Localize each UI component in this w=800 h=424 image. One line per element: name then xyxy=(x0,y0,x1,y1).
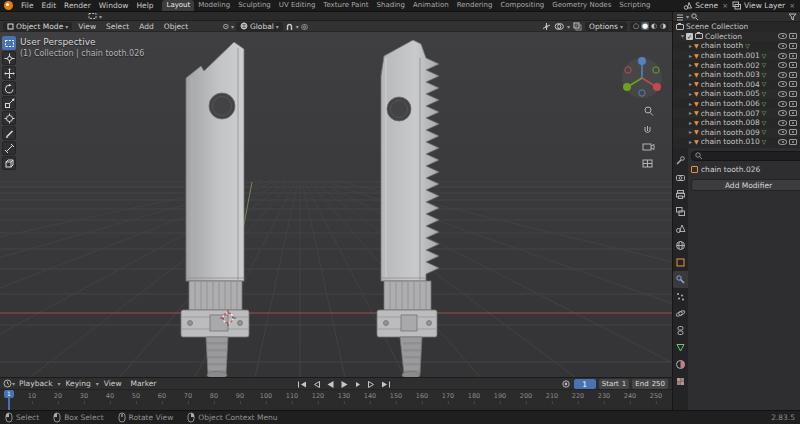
collection-checkbox[interactable]: ✓ xyxy=(686,33,693,40)
object-name[interactable]: chain tooth.006 xyxy=(701,99,760,108)
mode-dropdown[interactable]: Object Mode ▾ xyxy=(3,22,72,31)
hide-viewport-icon[interactable] xyxy=(778,43,787,49)
expand-icon[interactable]: ▸ xyxy=(689,129,692,135)
disable-render-icon[interactable] xyxy=(789,101,797,107)
add-modifier-button[interactable]: Add Modifier xyxy=(691,179,800,191)
tab-view-layer[interactable] xyxy=(673,203,688,220)
tool-move[interactable] xyxy=(2,66,16,80)
active-tool-chip[interactable]: ▾ xyxy=(88,12,102,20)
transform-pivot-icon[interactable]: ⊙ xyxy=(222,22,229,31)
expand-icon[interactable]: ▸ xyxy=(689,53,692,59)
object-name[interactable]: chain tooth.008 xyxy=(701,118,760,127)
collection-label[interactable]: Collection xyxy=(705,32,742,41)
frame-start-field[interactable]: Start 1 xyxy=(599,379,630,389)
workspace-tab-texture-paint[interactable]: Texture Paint xyxy=(319,0,372,11)
disable-render-icon[interactable] xyxy=(789,110,797,116)
outliner-display-mode-icon[interactable] xyxy=(676,13,684,21)
expand-icon[interactable]: ▸ xyxy=(689,62,692,68)
show-gizmo-icon[interactable] xyxy=(542,22,551,31)
current-frame-field[interactable]: 1 xyxy=(574,379,596,389)
jump-to-start-button[interactable] xyxy=(295,379,308,389)
next-frame-button[interactable] xyxy=(351,379,364,389)
menu-window[interactable]: Window xyxy=(95,0,133,11)
shading-material-icon[interactable]: ◐ xyxy=(650,22,658,30)
hide-viewport-icon[interactable] xyxy=(778,33,787,39)
hide-viewport-icon[interactable] xyxy=(778,101,787,107)
outliner-search-icon[interactable] xyxy=(691,13,699,21)
outliner-object-row[interactable]: ▸ ▼ chain tooth ▽ xyxy=(673,41,800,51)
view-layer-unlink-icon[interactable]: × xyxy=(788,2,796,10)
tool-rotate[interactable] xyxy=(2,81,16,95)
disable-render-icon[interactable] xyxy=(789,91,797,97)
shading-wireframe-icon[interactable]: ○ xyxy=(632,22,640,30)
play-reverse-button[interactable] xyxy=(323,379,336,389)
properties-search[interactable] xyxy=(691,151,800,161)
tool-select-box[interactable] xyxy=(2,36,16,50)
expand-icon[interactable]: ▸ xyxy=(689,110,692,116)
menu-edit[interactable]: Edit xyxy=(38,0,61,11)
tab-particles[interactable] xyxy=(673,288,688,305)
hide-viewport-icon[interactable] xyxy=(778,62,787,68)
tab-world[interactable] xyxy=(673,237,688,254)
outliner-object-row[interactable]: ▸ ▼ chain tooth.004 ▽ xyxy=(673,80,800,90)
menu-render[interactable]: Render xyxy=(60,0,95,11)
outliner-object-row[interactable]: ▸ ▼ chain tooth.005 ▽ xyxy=(673,89,800,99)
menu-view-timeline[interactable]: View xyxy=(100,379,126,388)
outliner-object-row[interactable]: ▸ ▼ chain tooth.007 ▽ xyxy=(673,108,800,118)
auto-keying-icon[interactable] xyxy=(561,379,571,389)
workspace-tab-layout[interactable]: Layout xyxy=(162,0,194,11)
viewport-3d[interactable]: User Perspective (1) Collection | chain … xyxy=(0,32,672,377)
proportional-editing-icon[interactable]: ◎ xyxy=(301,22,308,31)
timeline-editor-icon[interactable] xyxy=(3,379,12,388)
object-name[interactable]: chain tooth.004 xyxy=(701,80,760,89)
tab-object-data[interactable] xyxy=(673,339,688,356)
chainsword-right-mesh[interactable] xyxy=(377,40,439,377)
tool-scale[interactable] xyxy=(2,96,16,110)
tab-modifiers[interactable] xyxy=(673,271,688,288)
expand-icon[interactable]: ▸ xyxy=(689,139,692,145)
expand-icon[interactable]: ▸ xyxy=(689,81,692,87)
chainsword-left-mesh[interactable] xyxy=(181,42,249,377)
object-name[interactable]: chain tooth.007 xyxy=(701,109,760,118)
disable-render-icon[interactable] xyxy=(789,139,797,145)
menu-add[interactable]: Add xyxy=(135,22,158,31)
workspace-tab-sculpting[interactable]: Sculpting xyxy=(234,0,275,11)
scene-collection-label[interactable]: Scene Collection xyxy=(686,22,748,31)
hide-viewport-icon[interactable] xyxy=(778,53,787,59)
hide-viewport-icon[interactable] xyxy=(778,139,787,145)
disable-render-icon[interactable] xyxy=(789,62,797,68)
workspace-tab-geometry-nodes[interactable]: Geometry Nodes xyxy=(548,0,615,11)
frame-end-field[interactable]: End 250 xyxy=(632,379,668,389)
object-name[interactable]: chain tooth.009 xyxy=(701,128,760,137)
scene-selector[interactable]: Scene xyxy=(695,1,718,10)
expand-icon[interactable]: ▸ xyxy=(689,43,692,49)
disable-render-icon[interactable] xyxy=(789,43,797,49)
expand-icon[interactable]: ▸ xyxy=(689,101,692,107)
hide-viewport-icon[interactable] xyxy=(778,110,787,116)
playhead-frame-label[interactable]: 1 xyxy=(4,390,14,398)
tool-measure[interactable] xyxy=(2,141,16,155)
prev-keyframe-button[interactable] xyxy=(309,379,322,389)
tool-transform[interactable] xyxy=(2,111,16,125)
object-name[interactable]: chain tooth.010 xyxy=(701,137,760,146)
next-keyframe-button[interactable] xyxy=(365,379,378,389)
outliner-object-row[interactable]: ▸ ▼ chain tooth.006 ▽ xyxy=(673,99,800,109)
menu-help[interactable]: Help xyxy=(132,0,157,11)
properties-search-input[interactable] xyxy=(706,152,800,160)
expand-icon[interactable]: ▸ xyxy=(689,72,692,78)
outliner-object-row[interactable]: ▸ ▼ chain tooth.008 ▽ xyxy=(673,118,800,128)
outliner-object-row[interactable]: ▸ ▼ chain tooth.003 ▽ xyxy=(673,70,800,80)
hide-viewport-icon[interactable] xyxy=(778,72,787,78)
workspace-tab-animation[interactable]: Animation xyxy=(409,0,453,11)
tab-texture[interactable] xyxy=(673,373,688,390)
tab-render[interactable] xyxy=(673,169,688,186)
disable-render-icon[interactable] xyxy=(789,120,797,126)
blender-logo-icon[interactable] xyxy=(4,1,13,10)
workspace-tab-modeling[interactable]: Modeling xyxy=(194,0,234,11)
viewport-canvas[interactable] xyxy=(0,32,672,377)
disable-render-icon[interactable] xyxy=(789,72,797,78)
scene-unlink-icon[interactable]: × xyxy=(721,2,729,10)
expand-icon[interactable]: ▸ xyxy=(689,91,692,97)
transform-orientation-dropdown[interactable]: Global ▾ xyxy=(236,22,283,31)
hide-viewport-icon[interactable] xyxy=(778,91,787,97)
